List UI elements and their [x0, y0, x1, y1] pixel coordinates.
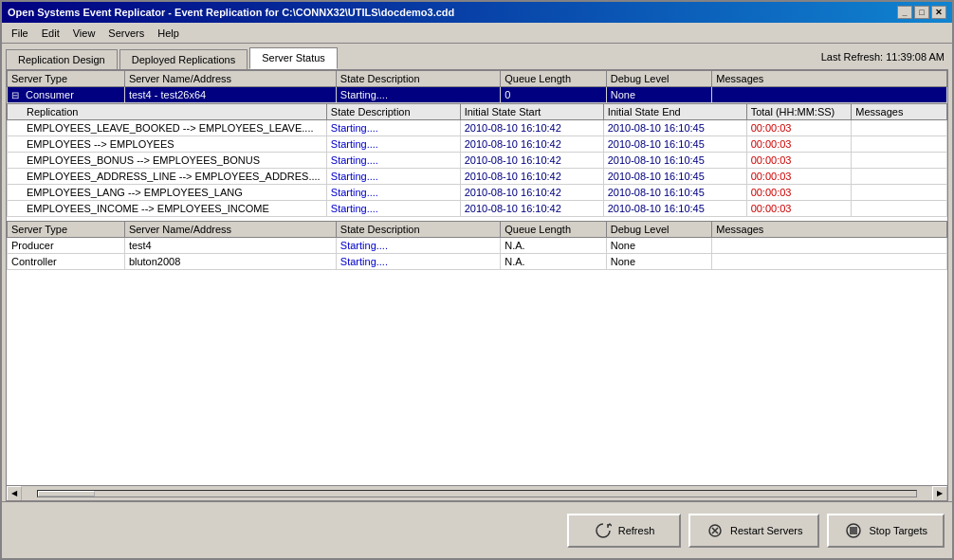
- replication-name: EMPLOYEES_ADDRESS_LINE --> EMPLOYEES_ADD…: [8, 169, 327, 185]
- srv-col-debug: Debug Level: [606, 222, 711, 238]
- stop-targets-button[interactable]: Stop Targets: [827, 514, 945, 548]
- replication-name: EMPLOYEES --> EMPLOYEES: [8, 136, 327, 153]
- menu-help[interactable]: Help: [152, 26, 185, 41]
- menu-file[interactable]: File: [6, 26, 34, 41]
- restart-servers-button[interactable]: Restart Servers: [688, 514, 819, 548]
- server-table-container: Server Type Server Name/Address State De…: [7, 221, 947, 270]
- replication-row[interactable]: EMPLOYEES_BONUS --> EMPLOYEES_BONUS Star…: [8, 153, 947, 169]
- horizontal-scrollbar[interactable]: ◀ ▶: [7, 485, 947, 500]
- replication-init-start: 2010-08-10 16:10:42: [460, 120, 603, 136]
- replication-init-start: 2010-08-10 16:10:42: [460, 185, 603, 201]
- srv-col-name: Server Name/Address: [124, 222, 336, 238]
- replication-name: EMPLOYEES_BONUS --> EMPLOYEES_BONUS: [8, 153, 327, 169]
- server-messages: [712, 254, 947, 270]
- col-server-name: Server Name/Address: [124, 71, 336, 87]
- footer: Refresh Restart Servers Stop Targets: [2, 501, 952, 558]
- tab-deployed-replications[interactable]: Deployed Replications: [119, 49, 248, 69]
- menu-view[interactable]: View: [67, 26, 101, 41]
- replication-init-start: 2010-08-10 16:10:42: [460, 201, 603, 217]
- col-debug-level: Debug Level: [606, 71, 711, 87]
- menu-servers[interactable]: Servers: [102, 26, 150, 41]
- server-name: bluton2008: [124, 254, 336, 270]
- replication-messages: [852, 201, 947, 217]
- replication-init-start: 2010-08-10 16:10:42: [460, 169, 603, 185]
- replication-init-end: 2010-08-10 16:10:45: [603, 153, 746, 169]
- srv-col-queue: Queue Length: [501, 222, 606, 238]
- replication-row[interactable]: EMPLOYEES --> EMPLOYEES Starting.... 201…: [8, 136, 947, 153]
- replication-init-end: 2010-08-10 16:10:45: [603, 120, 746, 136]
- refresh-button[interactable]: Refresh: [567, 514, 681, 548]
- server-row[interactable]: Controller bluton2008 Starting.... N.A. …: [8, 254, 947, 270]
- consumer-server-name: test4 - test26x64: [124, 87, 336, 103]
- consumer-queue: 0: [501, 87, 606, 103]
- scroll-left-button[interactable]: ◀: [7, 486, 22, 501]
- replication-init-end: 2010-08-10 16:10:45: [603, 136, 746, 153]
- replication-total: 00:00:03: [746, 185, 852, 201]
- title-bar: Open Systems Event Replicator - Event Re…: [2, 2, 952, 23]
- restart-servers-label: Restart Servers: [730, 525, 802, 536]
- sub-col-replication: Replication: [8, 104, 327, 120]
- window-title: Open Systems Event Replicator - Event Re…: [8, 7, 454, 18]
- server-state: Starting....: [336, 254, 500, 270]
- consumer-messages: [712, 87, 947, 103]
- scroll-right-button[interactable]: ▶: [932, 486, 947, 501]
- server-debug: None: [606, 254, 711, 270]
- replication-state: Starting....: [326, 185, 460, 201]
- close-button[interactable]: ✕: [931, 6, 946, 19]
- replication-name: EMPLOYEES_INCOME --> EMPLOYEES_INCOME: [8, 201, 327, 217]
- server-queue: N.A.: [501, 254, 606, 270]
- scroll-thumb[interactable]: [38, 491, 95, 497]
- replication-messages: [852, 136, 947, 153]
- replication-init-end: 2010-08-10 16:10:45: [603, 169, 746, 185]
- tab-server-status[interactable]: Server Status: [249, 47, 338, 69]
- replication-messages: [852, 153, 947, 169]
- replication-total: 00:00:03: [746, 201, 852, 217]
- srv-col-type: Server Type: [8, 222, 125, 238]
- server-table: Server Type Server Name/Address State De…: [7, 221, 947, 270]
- replication-state: Starting....: [326, 120, 460, 136]
- replication-row[interactable]: EMPLOYEES_ADDRESS_LINE --> EMPLOYEES_ADD…: [8, 169, 947, 185]
- tabs-area: Replication Design Deployed Replications…: [2, 44, 952, 69]
- sub-col-messages: Messages: [852, 104, 947, 120]
- menu-edit[interactable]: Edit: [36, 26, 65, 41]
- sub-col-init-start: Initial State Start: [460, 104, 603, 120]
- replication-state: Starting....: [326, 153, 460, 169]
- replication-row[interactable]: EMPLOYEES_LEAVE_BOOKED --> EMPLOYEES_LEA…: [8, 120, 947, 136]
- replication-row[interactable]: EMPLOYEES_INCOME --> EMPLOYEES_INCOME St…: [8, 201, 947, 217]
- minimize-button[interactable]: _: [897, 6, 912, 19]
- consumer-type: ⊟ Consumer: [8, 87, 125, 103]
- main-window: Open Systems Event Replicator - Event Re…: [0, 0, 954, 560]
- scroll-area[interactable]: Server Type Server Name/Address State De…: [7, 70, 947, 485]
- last-refresh-label: Last Refresh: 11:39:08 AM: [821, 51, 945, 63]
- consumer-debug: None: [606, 87, 711, 103]
- consumer-row[interactable]: ⊟ Consumer test4 - test26x64 Starting...…: [8, 87, 947, 103]
- svg-rect-2: [850, 527, 857, 534]
- tab-replication-design[interactable]: Replication Design: [6, 49, 118, 69]
- col-state-desc: State Description: [336, 71, 500, 87]
- server-type: Controller: [8, 254, 125, 270]
- sub-col-total: Total (HH:MM:SS): [746, 104, 852, 120]
- replication-state: Starting....: [326, 169, 460, 185]
- menu-bar: File Edit View Servers Help: [2, 23, 952, 44]
- replication-row[interactable]: EMPLOYEES_LANG --> EMPLOYEES_LANG Starti…: [8, 185, 947, 201]
- replication-messages: [852, 120, 947, 136]
- replication-state: Starting....: [326, 201, 460, 217]
- srv-col-state: State Description: [336, 222, 500, 238]
- server-type: Producer: [8, 238, 125, 254]
- replication-name: EMPLOYEES_LEAVE_BOOKED --> EMPLOYEES_LEA…: [8, 120, 327, 136]
- expand-icon[interactable]: ⊟: [11, 90, 19, 100]
- content-area: Server Type Server Name/Address State De…: [6, 69, 948, 501]
- sub-col-init-end: Initial State End: [603, 104, 746, 120]
- server-queue: N.A.: [501, 238, 606, 254]
- window-controls: _ □ ✕: [897, 6, 946, 19]
- scroll-track: [37, 490, 917, 497]
- server-row[interactable]: Producer test4 Starting.... N.A. None: [8, 238, 947, 254]
- stop-icon: [844, 521, 863, 540]
- maximize-button[interactable]: □: [914, 6, 929, 19]
- main-server-table: Server Type Server Name/Address State De…: [7, 70, 947, 103]
- replication-total: 00:00:03: [746, 169, 852, 185]
- refresh-icon: [594, 521, 613, 540]
- sub-col-state: State Description: [326, 104, 460, 120]
- server-name: test4: [124, 238, 336, 254]
- server-state: Starting....: [336, 238, 500, 254]
